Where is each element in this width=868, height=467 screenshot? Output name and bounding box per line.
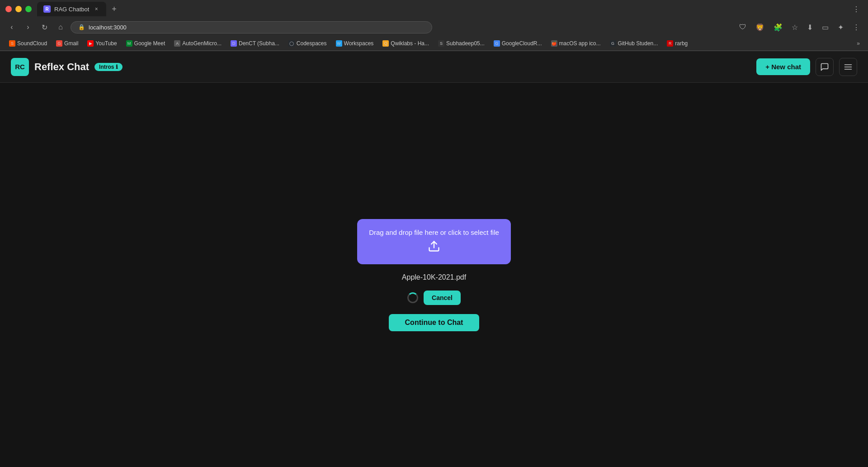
bookmark-label-gmail: Gmail [64,40,78,47]
bookmark-favicon-denct: D [231,40,237,47]
back-icon: ‹ [10,23,13,31]
url-text: localhost:3000 [89,24,127,31]
tab-favicon: R [43,5,51,13]
address-bar: ‹ › ↻ ⌂ 🔒 localhost:3000 🛡 🦁 🧩 ☆ ⬇ ▭ ✦ ⋮ [0,18,868,36]
browser-actions: 🛡 🦁 🧩 ☆ ⬇ ▭ ✦ ⋮ [736,21,863,33]
reload-icon: ↻ [42,23,47,32]
browser-menu-button[interactable]: ⋮ [850,3,863,15]
new-chat-button[interactable]: + New chat [756,58,810,75]
bookmark-label-googlecloud: GoogleCloudR... [502,40,542,47]
bookmark-favicon-qwiklabs: Q [382,40,389,47]
bookmark-label-rarbg: rarbg [675,40,688,47]
upload-dropzone[interactable]: Drag and drop file here or click to sele… [357,219,511,264]
extensions-button[interactable]: 🧩 [771,21,785,33]
bookmark-favicon-autogen: A [174,40,180,47]
bookmark-favicon-workspaces: W [336,40,342,47]
intros-badge[interactable]: Intros ℹ [94,63,123,71]
continue-to-chat-button[interactable]: Continue to Chat [389,314,479,331]
bookmarks-bar: S SoundCloud G Gmail ▶ YouTube M Google … [0,36,868,51]
header-actions: + New chat [756,58,857,76]
home-icon: ⌂ [58,23,63,31]
loading-spinner [407,292,418,303]
upload-dropzone-text: Drag and drop file here or click to sele… [369,229,499,236]
bookmark-label-workspaces: Workspaces [344,40,374,47]
bookmark-googlecloud[interactable]: G GoogleCloudR... [490,39,546,48]
chat-icon [820,62,829,71]
action-row: Cancel [407,291,461,305]
bookmark-youtube[interactable]: ▶ YouTube [84,39,120,48]
app-title: Reflex Chat [34,61,89,73]
bookmark-favicon-rarbg: R [667,40,673,47]
tab-close-button[interactable]: × [93,5,100,13]
bookmark-denct[interactable]: D DenCT (Subha... [227,39,283,48]
window-maximize-button[interactable] [25,6,32,12]
url-bar[interactable]: 🔒 localhost:3000 [71,21,432,33]
bookmark-favicon-gmail: G [56,40,62,47]
app-header: RC Reflex Chat Intros ℹ + New chat [0,51,868,83]
reload-button[interactable]: ↻ [38,21,51,33]
bookmark-google-meet[interactable]: M Google Meet [123,39,169,48]
home-button[interactable]: ⌂ [54,21,67,33]
window-controls [5,6,32,12]
title-bar: R RAG Chatbot × + ⋮ [0,0,868,18]
tab-bar: R RAG Chatbot × + [37,2,850,16]
brave-shield-button[interactable]: 🛡 [736,21,749,33]
bookmark-label-autogen: AutoGenMicro... [182,40,222,47]
bookmark-favicon-youtube: ▶ [87,40,94,47]
chat-icon-button[interactable] [816,58,834,76]
bookmark-label-qwiklabs: Qwiklabs - Ha... [391,40,429,47]
bookmark-autogen[interactable]: A AutoGenMicro... [170,39,225,48]
main-content: Drag and drop file here or click to sele… [0,83,868,467]
bookmark-button[interactable]: ☆ [789,21,801,33]
bookmark-favicon-googlecloud: G [494,40,500,47]
browser-chrome: R RAG Chatbot × + ⋮ ‹ › ↻ ⌂ 🔒 localhost:… [0,0,868,51]
rewards-button[interactable]: 🦁 [753,21,767,33]
bookmark-label-codespaces: Codespaces [297,40,327,47]
bookmark-label-macos: macOS app ico... [559,40,601,47]
bookmark-subhadeep[interactable]: S Subhadeep05... [434,39,488,48]
window-minimize-button[interactable] [15,6,22,12]
bookmark-favicon-soundcloud: S [9,40,15,47]
bookmark-macos[interactable]: 🍎 macOS app ico... [547,39,604,48]
bookmark-label-github: GitHub Studen... [618,40,658,47]
bookmarks-more-button[interactable]: » [854,39,863,48]
download-button[interactable]: ⬇ [804,21,816,33]
intros-badge-icon: ℹ [116,64,118,70]
bookmark-rarbg[interactable]: R rarbg [663,39,691,48]
forward-button[interactable]: › [22,21,34,33]
settings-icon-button[interactable] [839,58,857,76]
bookmark-label-denct: DenCT (Subha... [239,40,279,47]
bookmark-favicon-google-meet: M [126,40,132,47]
intros-badge-label: Intros [99,64,114,70]
settings-icon [844,62,853,71]
bookmark-favicon-codespaces: ◯ [288,40,295,47]
sidebar-toggle-button[interactable]: ▭ [819,21,831,33]
bookmark-soundcloud[interactable]: S SoundCloud [5,39,51,48]
bookmark-workspaces[interactable]: W Workspaces [332,39,377,48]
browser-settings-button[interactable]: ⋮ [850,21,863,33]
bookmark-label-youtube: YouTube [95,40,117,47]
logo-badge: RC [11,58,29,76]
file-name: Apple-10K-2021.pdf [402,273,466,281]
active-tab[interactable]: R RAG Chatbot × [37,2,106,16]
app-logo: RC Reflex Chat Intros ℹ [11,58,123,76]
bookmark-gmail[interactable]: G Gmail [52,39,82,48]
bookmark-label-soundcloud: SoundCloud [17,40,47,47]
bookmark-codespaces[interactable]: ◯ Codespaces [285,39,330,48]
new-tab-button[interactable]: + [108,3,120,16]
bookmark-favicon-subhadeep: S [438,40,444,47]
bookmark-qwiklabs[interactable]: Q Qwiklabs - Ha... [379,39,433,48]
upload-icon [428,240,440,255]
bookmark-favicon-macos: 🍎 [551,40,557,47]
back-button[interactable]: ‹ [5,21,18,33]
cancel-button[interactable]: Cancel [424,291,461,305]
bookmark-github[interactable]: G GitHub Studen... [606,39,662,48]
bookmark-label-google-meet: Google Meet [134,40,165,47]
lock-icon: 🔒 [78,24,85,30]
bookmark-label-subhadeep: Subhadeep05... [446,40,485,47]
forward-icon: › [27,23,29,31]
leo-ai-button[interactable]: ✦ [835,21,846,33]
tab-title: RAG Chatbot [54,6,89,13]
window-close-button[interactable] [5,6,12,12]
bookmark-favicon-github: G [610,40,616,47]
